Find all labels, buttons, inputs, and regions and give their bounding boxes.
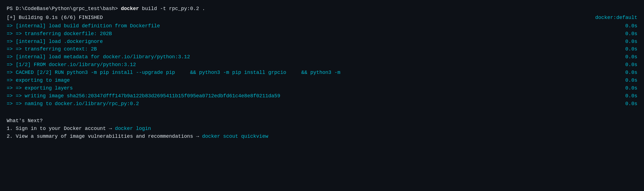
step-line-2: => [internal] load .dockerignore 0.0s (7, 38, 637, 46)
whats-next-header: What's Next? (7, 117, 637, 125)
step-line-0: => [internal] load build definition from… (7, 22, 637, 30)
step-2-number: 2. (7, 133, 13, 141)
step-1-number: 1. (7, 125, 13, 133)
step-text-8: => => exporting layers (7, 84, 614, 92)
build-status-line: [+] Building 0.1s (6/6) FINISHED docker:… (7, 14, 637, 22)
step-text-1: => => transferring dockerfile: 202B (7, 30, 614, 38)
build-status-text: [+] Building 0.1s (6/6) FINISHED (7, 14, 584, 22)
step-line-7: => exporting to image 0.0s (7, 77, 637, 84)
prompt-line: PS D:\CodeBase\Python\grpc_test\bash> do… (7, 5, 637, 13)
step-time-8: 0.0s (614, 84, 637, 92)
step-2-link: docker scout quickview (202, 133, 268, 141)
step-time-2: 0.0s (614, 38, 637, 46)
step-time-7: 0.0s (614, 77, 637, 84)
step-2-text: View a summary of image vulnerabilities … (13, 133, 202, 141)
step-text-0: => [internal] load build definition from… (7, 22, 614, 30)
step-line-8: => => exporting layers 0.0s (7, 84, 637, 92)
step-1-link: docker login (115, 125, 151, 133)
step-line-4: => [internal] load metadata for docker.i… (7, 53, 637, 61)
step-text-3: => => transferring context: 2B (7, 45, 614, 53)
step-text-9: => => writing image sha256:20347dfff147b… (7, 92, 614, 100)
prompt-path: PS D:\CodeBase\Python\grpc_test\bash> (7, 5, 118, 13)
build-status-right: docker:default (584, 14, 637, 22)
step-time-4: 0.0s (614, 53, 637, 61)
whats-next-section: What's Next? 1. Sign in to your Docker a… (7, 117, 637, 141)
whats-next-step-2: 2. View a summary of image vulnerabiliti… (7, 133, 637, 141)
step-time-9: 0.0s (614, 92, 637, 100)
step-line-3: => => transferring context: 2B 0.0s (7, 45, 637, 53)
terminal: PS D:\CodeBase\Python\grpc_test\bash> do… (7, 5, 637, 141)
step-line-6: => CACHED [2/2] RUN python3 -m pip insta… (7, 69, 637, 77)
prompt-command: docker (121, 5, 139, 13)
step-time-0: 0.0s (614, 22, 637, 30)
step-time-10: 0.0s (614, 100, 637, 108)
step-time-6: 0.0s (614, 69, 637, 77)
step-time-3: 0.0s (614, 45, 637, 53)
step-line-10: => => naming to docker.io/library/rpc_py… (7, 100, 637, 108)
step-line-5: => [1/2] FROM docker.io/library/python:3… (7, 61, 637, 69)
step-time-1: 0.0s (614, 30, 637, 38)
step-text-4: => [internal] load metadata for docker.i… (7, 53, 614, 61)
step-time-5: 0.0s (614, 61, 637, 69)
step-line-9: => => writing image sha256:20347dfff147b… (7, 92, 637, 100)
step-text-5: => [1/2] FROM docker.io/library/python:3… (7, 61, 614, 69)
step-text-7: => exporting to image (7, 77, 614, 84)
step-text-2: => [internal] load .dockerignore (7, 38, 614, 46)
empty-line (7, 108, 637, 116)
step-text-6: => CACHED [2/2] RUN python3 -m pip insta… (7, 69, 614, 77)
step-1-text: Sign in to your Docker account → (13, 125, 115, 133)
step-line-1: => => transferring dockerfile: 202B 0.0s (7, 30, 637, 38)
step-text-10: => => naming to docker.io/library/rpc_py… (7, 100, 614, 108)
prompt-args: build -t rpc_py:0.2 . (139, 5, 205, 13)
whats-next-step-1: 1. Sign in to your Docker account → dock… (7, 125, 637, 133)
